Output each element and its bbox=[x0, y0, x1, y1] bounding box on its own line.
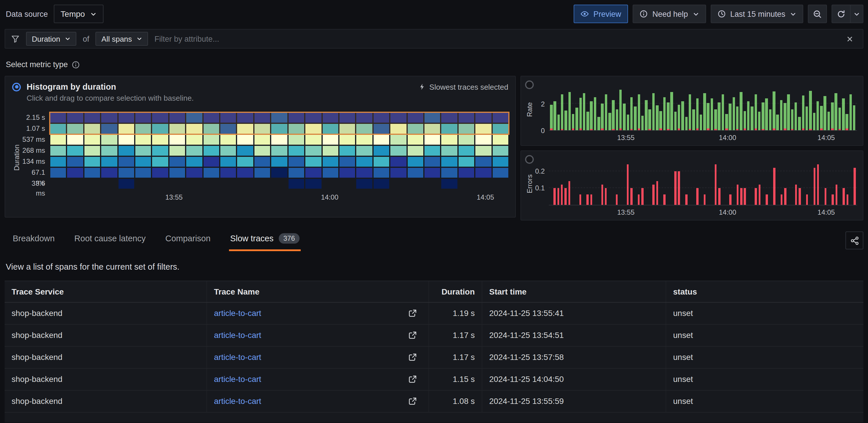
trace-link[interactable]: article-to-cart bbox=[214, 369, 261, 390]
bar[interactable] bbox=[641, 88, 644, 130]
bar[interactable] bbox=[751, 162, 753, 205]
share-button[interactable] bbox=[845, 232, 863, 249]
bar[interactable] bbox=[711, 162, 713, 205]
heatmap-cell[interactable] bbox=[220, 124, 236, 134]
bar[interactable] bbox=[725, 88, 728, 130]
heatmap-cell[interactable] bbox=[118, 179, 134, 189]
bar[interactable] bbox=[583, 88, 586, 130]
bar[interactable] bbox=[828, 162, 830, 205]
bar[interactable] bbox=[762, 162, 764, 205]
heatmap-cell[interactable] bbox=[254, 135, 270, 145]
bar[interactable] bbox=[671, 162, 673, 205]
heatmap-cell[interactable] bbox=[272, 157, 287, 167]
heatmap-cell[interactable] bbox=[237, 179, 253, 189]
bar[interactable] bbox=[806, 88, 808, 130]
bar[interactable] bbox=[601, 162, 603, 205]
bar[interactable] bbox=[784, 162, 786, 205]
heatmap-cell[interactable] bbox=[135, 146, 151, 156]
heatmap-cell[interactable] bbox=[305, 113, 321, 123]
heatmap-cell[interactable] bbox=[237, 146, 253, 156]
heatmap-cell[interactable] bbox=[203, 179, 219, 189]
heatmap-cell[interactable] bbox=[288, 113, 304, 123]
bar[interactable] bbox=[550, 88, 553, 130]
heatmap-cell[interactable] bbox=[237, 135, 253, 145]
bar[interactable] bbox=[565, 162, 567, 205]
heatmap-cell[interactable] bbox=[356, 135, 372, 145]
bar[interactable] bbox=[769, 88, 772, 130]
bar[interactable] bbox=[718, 88, 720, 130]
bar[interactable] bbox=[721, 88, 724, 130]
bar[interactable] bbox=[762, 88, 764, 130]
heatmap-cell[interactable] bbox=[152, 113, 168, 123]
bar[interactable] bbox=[765, 88, 768, 130]
tab-root-cause-latency[interactable]: Root cause latency bbox=[73, 230, 147, 251]
bar[interactable] bbox=[594, 162, 596, 205]
heatmap-cell[interactable] bbox=[390, 168, 406, 178]
heatmap-cell[interactable] bbox=[441, 113, 458, 123]
heatmap-cell[interactable] bbox=[425, 124, 440, 134]
external-link-icon[interactable] bbox=[408, 375, 417, 384]
heatmap-cell[interactable] bbox=[152, 135, 168, 145]
histogram-metric-radio[interactable] bbox=[12, 83, 21, 91]
bar[interactable] bbox=[842, 88, 844, 130]
bar[interactable] bbox=[583, 162, 585, 205]
heatmap-cell[interactable] bbox=[288, 168, 304, 178]
heatmap-cell[interactable] bbox=[322, 157, 338, 167]
heatmap-cell[interactable] bbox=[254, 168, 270, 178]
heatmap-cell[interactable] bbox=[67, 135, 83, 145]
heatmap-cell[interactable] bbox=[85, 113, 100, 123]
heatmap-cell[interactable] bbox=[390, 113, 406, 123]
zoom-out-button[interactable] bbox=[808, 5, 827, 23]
heatmap-cell[interactable] bbox=[356, 179, 372, 189]
heatmap-cell[interactable] bbox=[339, 179, 355, 189]
bar[interactable] bbox=[838, 88, 841, 130]
heatmap-cell[interactable] bbox=[441, 179, 458, 189]
bar[interactable] bbox=[601, 88, 604, 130]
bar[interactable] bbox=[674, 88, 677, 130]
bar[interactable] bbox=[634, 88, 637, 130]
bar[interactable] bbox=[682, 88, 684, 130]
heatmap-cell[interactable] bbox=[305, 146, 321, 156]
bar[interactable] bbox=[777, 162, 779, 205]
tab-breakdown[interactable]: Breakdown bbox=[11, 230, 56, 251]
bar[interactable] bbox=[604, 88, 607, 130]
bar[interactable] bbox=[671, 88, 673, 130]
datasource-picker[interactable]: Tempo bbox=[54, 5, 103, 23]
bar[interactable] bbox=[612, 88, 615, 130]
heatmap-cell[interactable] bbox=[459, 168, 474, 178]
bar[interactable] bbox=[590, 88, 593, 130]
bar[interactable] bbox=[758, 162, 761, 205]
heatmap-cell[interactable] bbox=[407, 179, 423, 189]
bar[interactable] bbox=[598, 162, 600, 205]
heatmap-cell[interactable] bbox=[186, 113, 203, 123]
bar[interactable] bbox=[729, 162, 731, 205]
bar[interactable] bbox=[707, 162, 709, 205]
heatmap-cell[interactable] bbox=[85, 124, 100, 134]
heatmap-cell[interactable] bbox=[459, 179, 474, 189]
bar[interactable] bbox=[839, 162, 841, 205]
heatmap-cell[interactable] bbox=[390, 179, 406, 189]
heatmap-cell[interactable] bbox=[254, 179, 270, 189]
heatmap-cell[interactable] bbox=[322, 135, 338, 145]
bar[interactable] bbox=[714, 88, 717, 130]
heatmap-cell[interactable] bbox=[459, 157, 474, 167]
bar[interactable] bbox=[678, 162, 680, 205]
bar[interactable] bbox=[641, 162, 643, 205]
bar[interactable] bbox=[810, 162, 812, 205]
bar[interactable] bbox=[744, 162, 746, 205]
heatmap-cell[interactable] bbox=[407, 146, 423, 156]
heatmap-cell[interactable] bbox=[441, 157, 458, 167]
bar[interactable] bbox=[630, 162, 632, 205]
bar[interactable] bbox=[795, 162, 797, 205]
heatmap-cell[interactable] bbox=[407, 135, 423, 145]
bar[interactable] bbox=[678, 88, 680, 130]
heatmap-cell[interactable] bbox=[441, 146, 458, 156]
heatmap-cell[interactable] bbox=[272, 135, 287, 145]
bar[interactable] bbox=[619, 88, 622, 130]
heatmap-cell[interactable] bbox=[305, 124, 321, 134]
heatmap-cell[interactable] bbox=[272, 146, 287, 156]
external-link-icon[interactable] bbox=[408, 331, 417, 340]
heatmap-cell[interactable] bbox=[118, 135, 134, 145]
bar[interactable] bbox=[832, 162, 834, 205]
heatmap-cell[interactable] bbox=[186, 157, 203, 167]
